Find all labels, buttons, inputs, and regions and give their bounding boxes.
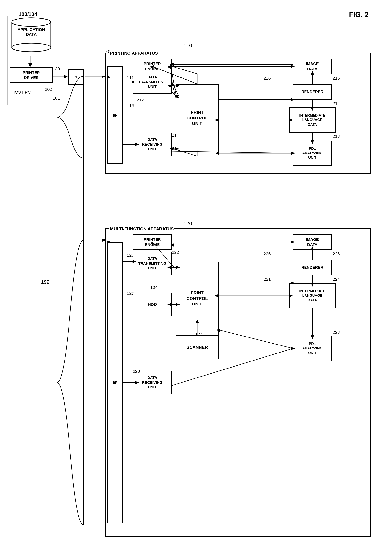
ref-213: 213 [333,134,340,139]
ref-199: 199 [41,279,49,285]
ref-214: 214 [333,101,340,106]
if-box-2: I/F [107,66,123,164]
ref-120: 120 [183,220,192,227]
ref-202: 202 [45,87,52,92]
image-data-2: IMAGEDATA [293,234,332,250]
ref-211: 211 [196,148,203,153]
ref-223: 223 [333,330,340,335]
printer-engine-2: PRINTERENGINE [133,234,172,250]
fig-label: FIG. 2 [349,11,369,19]
ref-221: 221 [263,277,271,282]
ref-103-104-label: 103/104 [19,11,37,17]
printing-apparatus-title: PRINTING APPARATUS [109,51,159,56]
printer-engine-1: PRINTERENGINE [133,59,172,74]
svg-point-2 [12,43,51,52]
ref-226: 226 [263,251,271,257]
scanner-box: SCANNER [176,336,219,359]
renderer-2: RENDERER [293,260,332,275]
hdd-box: HDD [133,293,172,316]
ref-124: 124 [150,285,158,290]
print-control-unit-1: PRINTCONTROLUNIT [176,84,219,152]
data-receiving-unit-1: DATARECEIVINGUNIT [133,133,172,156]
data-receiving-unit-2: DATARECEIVINGUNIT [133,371,172,394]
ref-201: 201 [55,66,62,71]
multi-function-apparatus-title: MULTI-FUNCTION APPARATUS [109,226,174,231]
intermediate-language-data-1: INTERMEDIATELANGUAGEDATA [289,107,336,133]
svg-marker-5 [28,63,32,67]
image-data-1: IMAGEDATA [293,59,332,74]
svg-marker-10 [102,76,106,78]
svg-marker-7 [64,75,68,79]
printer-driver-box: PRINTERDRIVER [10,67,53,83]
app-data-label: APPLICATIONDATA [12,27,51,37]
if-box-3: I/F [107,242,123,523]
ref-215: 215 [333,76,340,81]
ref-101: 101 [53,96,60,101]
svg-point-3 [12,18,51,26]
pdl-analyzing-unit-2: PDLANALYZINGUNIT [293,336,332,361]
ref-225: 225 [333,251,340,257]
pdl-analyzing-unit-1: PDLANALYZINGUNIT [293,140,332,166]
ref-220: 220 [133,369,140,374]
ref-116: 116 [127,103,134,109]
data-transmitting-unit-2: DATATRANSMITTINGUNIT [133,252,172,275]
ref-212: 212 [137,98,144,103]
host-pc-label: HOST PC [12,90,31,95]
print-control-unit-2: PRINTCONTROLUNIT [176,261,219,336]
intermediate-language-data-2: INTERMEDIATELANGUAGEDATA [289,283,336,308]
svg-marker-12 [102,239,106,242]
ref-127: 127 [195,332,202,337]
ref-222: 222 [172,250,179,255]
ref-224: 224 [333,277,340,282]
ref-216: 216 [263,76,271,81]
ref-110: 110 [183,42,192,49]
renderer-1: RENDERER [293,84,332,100]
